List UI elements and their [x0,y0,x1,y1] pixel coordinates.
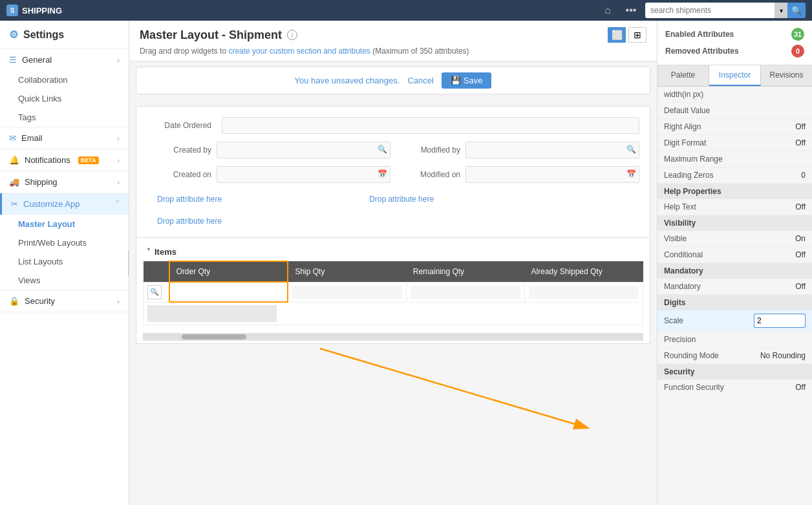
date-ordered-input[interactable] [222,117,639,134]
table-row-1: 🔍 [144,282,643,302]
table-header-row: Order Qty Ship Qty Remaining Qty [144,261,643,282]
save-button[interactable]: 💾 Save [442,72,492,89]
security-icon: 🔒 [9,296,19,306]
items-table: Order Qty Ship Qty Remaining Qty [143,261,643,325]
conditional-value: Off [795,250,806,259]
order-qty-cell[interactable] [169,282,288,302]
items-label: Items [155,247,176,257]
created-by-label: Created by [147,145,211,155]
notifications-chevron: › [117,156,120,164]
info-icon[interactable]: i [287,30,297,40]
already-shipped-cell[interactable] [525,282,643,302]
security-label: Security [25,296,55,306]
prop-help-text: Help Text Off [657,199,812,215]
already-shipped-input[interactable] [529,286,639,299]
sidebar-section-customize: ✂ Customize App ˅ Master Layout Print/We… [0,193,129,290]
remaining-qty-cell[interactable] [407,282,525,302]
function-security-label: Function Security [664,383,795,392]
removed-attributes-badge: 0 [791,45,804,58]
max-range-label: Maximum Range [664,155,806,164]
sidebar-section-general: ☰ General › Collaboration Quick Links Ta… [0,49,129,127]
sidebar-item-security[interactable]: 🔒 Security › [0,290,129,312]
modified-by-input[interactable]: 🔍 [465,142,639,158]
canvas-area: Date Ordered Created by 🔍 Modified by [129,100,657,505]
drop-zone-2[interactable]: Drop attribute here [359,189,444,209]
modified-on-input[interactable]: 📅 [465,166,639,183]
order-qty-input[interactable] [174,287,284,297]
tab-inspector[interactable]: Inspector [709,65,761,86]
tab-revisions[interactable]: Revisions [761,65,812,86]
sidebar-item-master-layout[interactable]: Master Layout [0,215,129,233]
removed-attributes-row: Removed Attributes 0 [665,43,804,59]
leading-zeros-label: Leading Zeros [664,171,801,180]
shipping-chevron: › [117,178,120,186]
ship-qty-cell[interactable] [288,282,406,302]
search-input[interactable] [645,3,775,18]
sidebar-item-customize-app[interactable]: ✂ Customize App ˅ [0,193,129,215]
remaining-qty-input[interactable] [411,286,520,299]
drop-zone-1[interactable]: Drop attribute here [147,189,232,209]
customize-label: Customize App [23,199,80,209]
col-remaining-qty: Remaining Qty [407,261,525,282]
gear-icon: ⚙ [9,28,18,41]
more-options-button[interactable]: ••• [622,1,640,19]
items-chevron-icon[interactable]: ˅ [147,248,151,256]
scale-input[interactable] [754,314,806,328]
modified-on-label: Modified on [396,170,460,179]
sidebar-item-email[interactable]: ✉ Email › [0,127,129,149]
sidebar-item-general[interactable]: ☰ General › [0,49,129,70]
col-ship-qty: Ship Qty [288,261,406,282]
date-ordered-label: Date Ordered [147,121,211,130]
home-button[interactable]: ⌂ [599,1,617,19]
sidebar-item-print-layouts[interactable]: Print/Web Layouts [0,233,129,252]
right-align-label: Right Align [664,122,795,131]
col-search [144,261,169,282]
prop-right-align: Right Align Off [657,119,812,135]
customize-icon: ✂ [11,199,18,209]
search-submit-button[interactable]: 🔍 [787,3,806,18]
search-container: ▾ 🔍 [645,3,806,18]
created-by-input[interactable]: 🔍 [217,142,390,158]
search-dropdown-button[interactable]: ▾ [775,3,787,18]
drop-zone-3[interactable]: Drop attribute here [147,211,639,231]
shipping-label: Shipping [25,177,58,187]
cancel-button[interactable]: Cancel [407,76,433,85]
panel-tabs: Palette Inspector Revisions [657,65,812,87]
help-text-value: Off [795,202,806,211]
horizontal-scrollbar[interactable] [143,333,643,341]
items-header: ˅ Items [136,243,650,261]
scrollbar-thumb[interactable] [182,334,246,339]
prop-leading-zeros: Leading Zeros 0 [657,167,812,184]
ship-qty-input[interactable] [292,286,402,299]
main-layout: ⚙ Settings ☰ General › Collaboration Qui… [0,21,812,505]
grid-layout-btn[interactable]: ⊞ [628,27,646,43]
mandatory-header: Mandatory [657,263,812,279]
digits-header: Digits [657,295,812,310]
sidebar-item-collaboration[interactable]: Collaboration [0,70,129,89]
create-section-link[interactable]: create your custom section and attribute… [228,47,370,56]
row-search-button[interactable]: 🔍 [147,285,162,299]
sidebar-item-shipping[interactable]: 🚚 Shipping › [0,171,129,193]
svg-line-1 [320,349,588,428]
precision-label: Precision [664,335,806,344]
digit-format-value: Off [795,138,806,147]
sidebar-item-quick-links[interactable]: Quick Links [0,89,129,108]
modified-by-search-icon: 🔍 [626,145,636,154]
created-on-input[interactable]: 📅 [217,166,390,183]
sidebar-item-views[interactable]: Views [0,271,129,290]
tab-palette[interactable]: Palette [657,65,709,86]
width-label: width(in px) [664,90,806,99]
removed-attributes-label: Removed Attributes [665,47,739,56]
right-align-value: Off [795,122,806,131]
prop-max-range: Maximum Range [657,151,812,167]
prop-width: width(in px) [657,87,812,103]
sidebar-item-notifications[interactable]: 🔔 Notifications BETA › [0,149,129,171]
sidebar-item-list-layouts[interactable]: List Layouts [0,252,129,271]
enabled-attributes-label: Enabled Attributes [665,30,734,39]
sidebar-item-tags[interactable]: Tags [0,108,129,127]
desktop-layout-btn[interactable]: ⬜ [608,27,626,43]
logo-icon: S [6,5,18,16]
created-by-search-icon: 🔍 [378,145,387,154]
save-label: Save [464,76,483,85]
form-section: Date Ordered Created by 🔍 Modified by [136,107,650,237]
